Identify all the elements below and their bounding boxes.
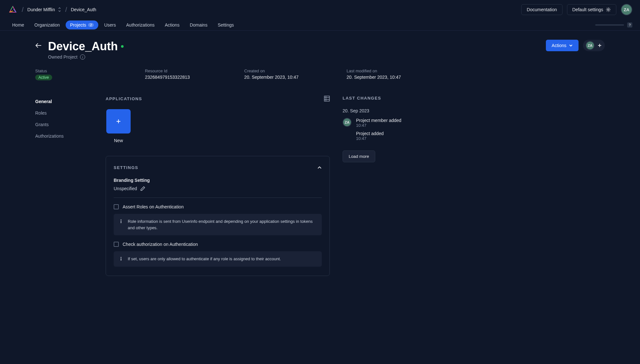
svg-point-0 [608, 9, 609, 11]
add-member-button[interactable] [597, 43, 602, 48]
new-app-label: New [114, 138, 123, 143]
documentation-label: Documentation [527, 7, 557, 12]
user-avatar[interactable]: ZA [621, 4, 632, 15]
resource-id-label: Resource Id [145, 69, 190, 73]
breadcrumb-slash: / [65, 6, 67, 13]
chevron-down-icon [569, 44, 573, 47]
last-changes-title: LAST CHANGES [343, 96, 439, 101]
status-label: Status [35, 69, 52, 73]
settings-title: SETTINGS [114, 165, 138, 170]
branding-value: Unspecified [114, 186, 137, 191]
nav-tab-settings[interactable]: Settings [213, 20, 239, 29]
chevron-up-icon [317, 166, 322, 169]
plus-icon [115, 118, 122, 125]
check-auth-label: Check authorization on Authentication [123, 242, 198, 247]
svg-rect-5 [121, 258, 121, 261]
sidebar-item-grants[interactable]: Grants [35, 119, 93, 130]
svg-rect-3 [121, 221, 121, 223]
page-title: Device_Auth [48, 40, 118, 53]
progress-bar [595, 24, 624, 26]
nav-tab-actions[interactable]: Actions [160, 20, 184, 29]
sidebar-item-authorizations[interactable]: Authorizations [35, 130, 93, 142]
nav-tab-users[interactable]: Users [100, 20, 120, 29]
gear-icon [606, 7, 611, 12]
info-icon [119, 219, 123, 231]
org-selector[interactable]: Dunder Mifflin [28, 7, 61, 12]
nav-tab-domains[interactable]: Domains [185, 20, 212, 29]
svg-point-4 [121, 257, 122, 258]
members-group: ZA [583, 40, 605, 51]
member-avatar[interactable]: ZA [586, 41, 595, 50]
change-title: Project added [356, 131, 401, 136]
project-name[interactable]: Device_Auth [71, 7, 96, 12]
edit-branding-button[interactable] [140, 186, 145, 191]
sidebar-item-general[interactable]: General [35, 96, 93, 107]
logo[interactable] [8, 4, 18, 15]
page-subtitle: Owned Project [48, 54, 77, 60]
info-icon[interactable]: i [80, 54, 85, 60]
modified-label: Last modified on [347, 69, 401, 73]
changes-date: 20. Sep 2023 [343, 108, 439, 113]
nav-tab-authorizations[interactable]: Authorizations [122, 20, 159, 29]
assert-roles-checkbox[interactable] [114, 204, 119, 209]
collapse-button[interactable] [317, 166, 322, 169]
default-settings-label: Default settings [572, 7, 604, 12]
grid-view-button[interactable] [324, 96, 330, 101]
default-settings-button[interactable]: Default settings [567, 4, 617, 15]
modified-value: 20. September 2023, 10:47 [347, 75, 401, 80]
org-name: Dunder Mifflin [28, 7, 55, 12]
svg-point-2 [121, 220, 122, 221]
breadcrumb-slash: / [22, 6, 24, 13]
chevron-updown-icon [58, 7, 61, 12]
actions-button[interactable]: Actions [546, 40, 579, 51]
assert-roles-info: Role information is sent from Userinfo e… [128, 218, 317, 231]
assert-roles-label: Assert Roles on Authentication [123, 204, 184, 209]
change-time: 10:47 [356, 136, 401, 141]
change-avatar: ZA [343, 118, 352, 127]
change-time: 10:47 [356, 123, 401, 128]
divider [114, 198, 322, 198]
created-value: 20. September 2023, 10:47 [244, 75, 299, 80]
applications-title: APPLICATIONS [106, 96, 142, 101]
load-more-label: Load more [349, 154, 369, 159]
actions-label: Actions [552, 43, 566, 48]
nav-tab-projects[interactable]: Projects 2 [66, 20, 99, 29]
branding-label: Branding Setting [114, 178, 322, 183]
new-app-button[interactable] [106, 109, 131, 133]
nav-tab-home[interactable]: Home [8, 20, 28, 29]
status-dot-icon [121, 45, 124, 48]
nav-tab-organization[interactable]: Organization [30, 20, 64, 29]
check-auth-info: If set, users are only allowed to authen… [128, 256, 281, 262]
help-button[interactable]: ? [627, 22, 632, 28]
projects-count-badge: 2 [88, 23, 94, 27]
created-label: Created on [244, 69, 299, 73]
status-badge: Active [35, 75, 52, 80]
svg-rect-1 [324, 96, 329, 101]
info-icon [119, 256, 123, 262]
back-button[interactable] [35, 43, 42, 48]
documentation-button[interactable]: Documentation [521, 4, 562, 15]
load-more-button[interactable]: Load more [343, 150, 375, 162]
resource-id-value: 232684979153322813 [145, 75, 190, 80]
sidebar-item-roles[interactable]: Roles [35, 107, 93, 119]
check-auth-checkbox[interactable] [114, 242, 119, 247]
change-title: Project member added [356, 118, 401, 123]
